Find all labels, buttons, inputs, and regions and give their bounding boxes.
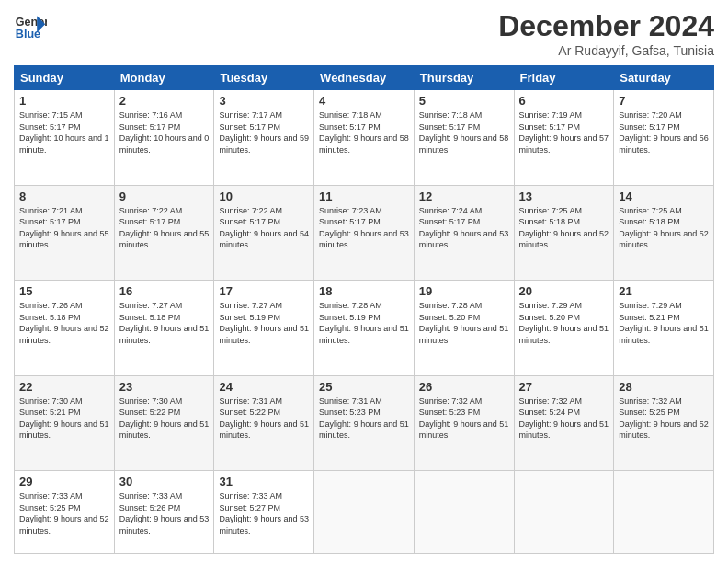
day-number: 29 [19,475,109,488]
calendar-cell: 5 Sunrise: 7:18 AMSunset: 5:17 PMDayligh… [414,90,514,186]
day-info: Sunrise: 7:28 AMSunset: 5:20 PMDaylight:… [419,301,509,345]
calendar-cell [314,471,415,554]
svg-text:Blue: Blue [16,28,40,40]
title-section: December 2024 Ar Rudayyif, Gafsa, Tunisi… [498,9,714,58]
day-info: Sunrise: 7:22 AMSunset: 5:17 PMDaylight:… [119,206,210,250]
location: Ar Rudayyif, Gafsa, Tunisia [498,43,714,58]
calendar-cell: 6 Sunrise: 7:19 AMSunset: 5:17 PMDayligh… [514,90,614,186]
calendar-cell [614,471,714,554]
day-number: 13 [519,190,609,203]
calendar-cell: 30 Sunrise: 7:33 AMSunset: 5:26 PMDaylig… [114,471,214,554]
day-number: 24 [219,380,309,394]
weekday-header: Thursday [414,66,514,90]
calendar-cell: 15 Sunrise: 7:26 AMSunset: 5:18 PMDaylig… [15,281,115,376]
day-info: Sunrise: 7:17 AMSunset: 5:17 PMDaylight:… [219,110,309,155]
day-number: 16 [119,284,210,298]
day-number: 7 [619,94,709,108]
day-info: Sunrise: 7:31 AMSunset: 5:23 PMDaylight:… [319,396,409,441]
day-number: 4 [319,94,409,108]
weekday-header: Saturday [614,66,714,90]
calendar-cell: 24 Sunrise: 7:31 AMSunset: 5:22 PMDaylig… [214,375,314,471]
calendar-cell: 23 Sunrise: 7:30 AMSunset: 5:22 PMDaylig… [114,375,214,471]
calendar-cell: 18 Sunrise: 7:28 AMSunset: 5:19 PMDaylig… [314,281,415,376]
day-info: Sunrise: 7:30 AMSunset: 5:21 PMDaylight:… [19,396,109,441]
calendar-cell: 25 Sunrise: 7:31 AMSunset: 5:23 PMDaylig… [314,375,415,471]
calendar-cell [414,471,514,554]
day-number: 11 [319,190,409,203]
day-number: 23 [119,380,210,394]
logo: General Blue [14,9,47,42]
day-info: Sunrise: 7:32 AMSunset: 5:23 PMDaylight:… [419,396,509,441]
day-number: 8 [19,190,109,203]
weekday-header: Wednesday [314,66,415,90]
calendar-cell: 27 Sunrise: 7:32 AMSunset: 5:24 PMDaylig… [514,375,614,471]
month-title: December 2024 [498,9,714,43]
calendar-cell: 13 Sunrise: 7:25 AMSunset: 5:18 PMDaylig… [514,185,614,281]
calendar-cell: 3 Sunrise: 7:17 AMSunset: 5:17 PMDayligh… [214,90,314,186]
day-info: Sunrise: 7:21 AMSunset: 5:17 PMDaylight:… [19,206,109,250]
day-info: Sunrise: 7:22 AMSunset: 5:17 PMDaylight:… [219,206,309,250]
day-number: 25 [319,380,409,394]
calendar-cell: 17 Sunrise: 7:27 AMSunset: 5:19 PMDaylig… [214,281,314,376]
day-number: 18 [319,284,409,298]
day-number: 28 [619,380,709,394]
day-info: Sunrise: 7:27 AMSunset: 5:19 PMDaylight:… [219,301,309,345]
day-info: Sunrise: 7:32 AMSunset: 5:25 PMDaylight:… [619,396,709,441]
calendar-cell: 7 Sunrise: 7:20 AMSunset: 5:17 PMDayligh… [614,90,714,186]
weekday-header: Tuesday [214,66,314,90]
day-info: Sunrise: 7:33 AMSunset: 5:27 PMDaylight:… [219,491,309,535]
calendar: SundayMondayTuesdayWednesdayThursdayFrid… [14,65,714,554]
day-number: 12 [419,190,509,203]
calendar-cell: 28 Sunrise: 7:32 AMSunset: 5:25 PMDaylig… [614,375,714,471]
calendar-cell: 19 Sunrise: 7:28 AMSunset: 5:20 PMDaylig… [414,281,514,376]
day-number: 1 [19,94,109,108]
day-info: Sunrise: 7:32 AMSunset: 5:24 PMDaylight:… [519,396,609,441]
weekday-header: Sunday [15,66,115,90]
day-info: Sunrise: 7:15 AMSunset: 5:17 PMDaylight:… [19,110,109,155]
header: General Blue December 2024 Ar Rudayyif, … [14,9,714,58]
day-info: Sunrise: 7:31 AMSunset: 5:22 PMDaylight:… [219,396,309,441]
day-number: 14 [619,190,709,203]
calendar-week-row: 15 Sunrise: 7:26 AMSunset: 5:18 PMDaylig… [15,281,714,376]
day-number: 31 [219,475,309,488]
calendar-cell: 21 Sunrise: 7:29 AMSunset: 5:21 PMDaylig… [614,281,714,376]
day-number: 30 [119,475,210,488]
calendar-cell: 4 Sunrise: 7:18 AMSunset: 5:17 PMDayligh… [314,90,415,186]
day-number: 22 [19,380,109,394]
day-number: 19 [419,284,509,298]
calendar-week-row: 22 Sunrise: 7:30 AMSunset: 5:21 PMDaylig… [15,375,714,471]
day-info: Sunrise: 7:30 AMSunset: 5:22 PMDaylight:… [119,396,210,441]
day-number: 10 [219,190,309,203]
weekday-header-row: SundayMondayTuesdayWednesdayThursdayFrid… [15,66,714,90]
calendar-cell [514,471,614,554]
calendar-cell: 26 Sunrise: 7:32 AMSunset: 5:23 PMDaylig… [414,375,514,471]
day-info: Sunrise: 7:16 AMSunset: 5:17 PMDaylight:… [119,110,210,155]
day-number: 6 [519,94,609,108]
calendar-cell: 10 Sunrise: 7:22 AMSunset: 5:17 PMDaylig… [214,185,314,281]
day-info: Sunrise: 7:19 AMSunset: 5:17 PMDaylight:… [519,110,609,155]
day-info: Sunrise: 7:28 AMSunset: 5:19 PMDaylight:… [319,301,409,345]
page: General Blue December 2024 Ar Rudayyif, … [0,0,728,563]
calendar-cell: 16 Sunrise: 7:27 AMSunset: 5:18 PMDaylig… [114,281,214,376]
day-info: Sunrise: 7:18 AMSunset: 5:17 PMDaylight:… [419,110,509,155]
calendar-week-row: 1 Sunrise: 7:15 AMSunset: 5:17 PMDayligh… [15,90,714,186]
day-info: Sunrise: 7:29 AMSunset: 5:20 PMDaylight:… [519,301,609,345]
calendar-cell: 2 Sunrise: 7:16 AMSunset: 5:17 PMDayligh… [114,90,214,186]
calendar-cell: 14 Sunrise: 7:25 AMSunset: 5:18 PMDaylig… [614,185,714,281]
day-info: Sunrise: 7:26 AMSunset: 5:18 PMDaylight:… [19,301,109,345]
logo-icon: General Blue [14,9,47,42]
day-info: Sunrise: 7:33 AMSunset: 5:25 PMDaylight:… [19,491,109,535]
day-info: Sunrise: 7:25 AMSunset: 5:18 PMDaylight:… [619,206,709,250]
day-number: 15 [19,284,109,298]
day-info: Sunrise: 7:23 AMSunset: 5:17 PMDaylight:… [319,206,409,250]
calendar-cell: 9 Sunrise: 7:22 AMSunset: 5:17 PMDayligh… [114,185,214,281]
weekday-header: Monday [114,66,214,90]
calendar-cell: 29 Sunrise: 7:33 AMSunset: 5:25 PMDaylig… [15,471,115,554]
day-number: 17 [219,284,309,298]
day-info: Sunrise: 7:24 AMSunset: 5:17 PMDaylight:… [419,206,509,250]
calendar-week-row: 8 Sunrise: 7:21 AMSunset: 5:17 PMDayligh… [15,185,714,281]
day-number: 20 [519,284,609,298]
day-number: 26 [419,380,509,394]
day-info: Sunrise: 7:25 AMSunset: 5:18 PMDaylight:… [519,206,609,250]
calendar-cell: 11 Sunrise: 7:23 AMSunset: 5:17 PMDaylig… [314,185,415,281]
